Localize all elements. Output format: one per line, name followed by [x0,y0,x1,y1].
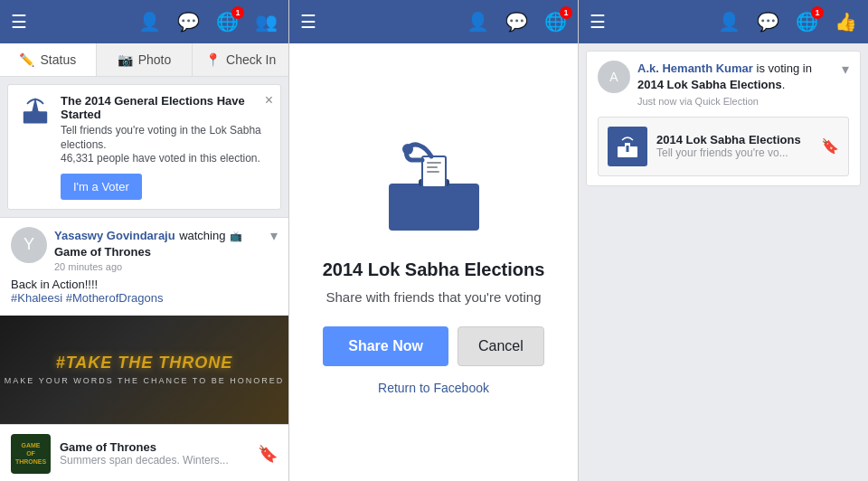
notif-bookmark-icon[interactable]: 🔖 [821,137,839,155]
top-nav-left: ☰ 👤 💬 🌐 1 👥 [0,0,288,43]
post-meta: Yasaswy Govindaraju watching 📺 Game of T… [54,227,263,272]
election-notif-text: 2014 Lok Sabha Elections Tell your frien… [656,133,801,159]
notification-card: A A.k. Hemanth Kumar is voting in 2014 L… [586,51,861,186]
svg-rect-7 [427,166,438,168]
checkin-button[interactable]: 📍 Check In [193,43,288,76]
globe-badge: 1 [231,6,244,19]
election-notif-title: 2014 Lok Sabha Elections [656,133,801,146]
post-watching-text: watching [179,229,225,242]
notif-time: Just now via Quick Election [637,95,835,108]
got-thumbnail: GAMEOFTHRONES [11,434,51,474]
thumbsup-icon[interactable]: 👍 [835,11,857,33]
svg-rect-2 [33,110,37,118]
got-image-text: #TAKE THE THRONE [5,354,284,373]
left-panel: ☰ 👤 💬 🌐 1 👥 ✏️ Status 📷 Photo 📍 Check In [0,0,289,481]
close-icon[interactable]: × [265,92,273,108]
got-image-sub: MAKE YOUR WORDS THE CHANCE TO BE HONORED [5,376,284,385]
messenger-icon[interactable]: 💬 [177,11,200,33]
friends-icon[interactable]: 👤 [138,11,161,33]
globe-badge-c: 1 [560,6,572,19]
globe-badge-r: 1 [811,6,824,19]
right-panel: ☰ 👤 💬 🌐 1 👍 A A.k. Hemanth Kumar is voti… [579,0,868,481]
return-link[interactable]: Return to Facebook [378,381,489,395]
election-banner-icon [19,94,52,127]
election-banner-title: The 2014 General Elections Have Started [61,94,269,121]
globe-icon[interactable]: 🌐 1 [216,11,239,33]
notif-header: A A.k. Hemanth Kumar is voting in 2014 L… [598,61,849,109]
post-options-chevron[interactable]: ▾ [270,227,278,244]
got-card-title[interactable]: Game of Thrones [60,440,229,454]
nav-icons-right2: 👤 💬 🌐 1 👍 [718,11,857,33]
post-body-line1: Back in Action!!!! [11,278,278,291]
hashtag2[interactable]: #MotherofDragons [66,291,164,305]
notif-action-text: is voting in [753,61,812,75]
center-content: 2014 Lok Sabha Elections Share with frie… [289,43,578,481]
edit-icon: ✏️ [19,52,34,67]
notif-text: A.k. Hemanth Kumar is voting in 2014 Lok… [637,61,835,109]
notif-chevron[interactable]: ▾ [842,61,849,78]
checkin-label: Check In [226,52,276,67]
notif-bold-text: 2014 Lok Sabha Elections [637,78,782,91]
got-card: GAMEOFTHRONES Game of Thrones Summers sp… [0,424,288,481]
post-body: Back in Action!!!! #Khaleesi #MotherofDr… [0,278,288,310]
hashtag1[interactable]: #Khaleesi [11,291,62,305]
election-banner-text: The 2014 General Elections Have Started … [61,94,269,200]
center-title: 2014 Lok Sabha Elections [323,259,545,280]
messenger-icon-r[interactable]: 💬 [757,11,779,33]
svg-point-9 [402,144,413,155]
election-notif-thumb [608,127,647,166]
notif-avatar: A [598,61,630,93]
people-icon[interactable]: 👥 [255,11,278,33]
svg-rect-8 [427,171,439,173]
share-now-button[interactable]: Share Now [323,326,448,366]
hamburger-icon[interactable]: ☰ [11,11,27,33]
election-notif-desc: Tell your friends you're vo... [656,146,801,159]
avatar: Y [11,227,47,263]
post-card: Y Yasaswy Govindaraju watching 📺 Game of… [0,217,288,481]
friends-icon-r[interactable]: 👤 [718,11,741,33]
got-thumb-text: GAMEOFTHRONES [15,441,46,466]
hamburger-icon-center[interactable]: ☰ [300,11,316,33]
hamburger-icon-right[interactable]: ☰ [590,11,606,33]
post-username[interactable]: Yasaswy Govindaraju [54,229,175,242]
election-banner-body: Tell friends you're voting in the Lok Sa… [61,124,269,152]
watch-icon: 📺 [230,231,242,241]
photo-label: Photo [138,52,172,67]
camera-icon: 📷 [118,52,133,67]
election-banner-count: 46,331 people have voted in this electio… [61,152,269,166]
post-time: 20 minutes ago [54,261,263,272]
top-nav-right: ☰ 👤 💬 🌐 1 👍 [579,0,868,43]
cancel-button[interactable]: Cancel [458,326,544,366]
bookmark-icon[interactable]: 🔖 [258,444,278,464]
vote-icon-wrap [375,129,493,241]
election-notif-card: 2014 Lok Sabha Elections Tell your frien… [598,117,849,176]
notif-username[interactable]: A.k. Hemanth Kumar [637,61,753,75]
center-subtitle: Share with friends that you're voting [326,289,542,305]
top-nav-center: ☰ 👤 💬 🌐 1 [289,0,578,43]
election-banner: The 2014 General Elections Have Started … [7,84,281,210]
globe-icon-c[interactable]: 🌐 1 [544,11,567,33]
friends-icon-c[interactable]: 👤 [467,11,489,33]
photo-button[interactable]: 📷 Photo [97,43,193,76]
center-buttons: Share Now Cancel [323,326,544,366]
post-body-line2: #Khaleesi #MotherofDragons [11,291,278,305]
got-image: #TAKE THE THRONE MAKE YOUR WORDS THE CHA… [0,316,288,424]
checkin-icon: 📍 [205,52,221,67]
center-panel: ☰ 👤 💬 🌐 1 [289,0,579,481]
status-button[interactable]: ✏️ Status [0,43,97,76]
svg-rect-3 [389,184,479,231]
post-show-name[interactable]: Game of Thrones [54,245,151,259]
voter-button[interactable]: I'm a Voter [61,174,142,200]
action-bar: ✏️ Status 📷 Photo 📍 Check In [0,43,288,77]
notif-period: . [782,78,786,91]
nav-icons-right: 👤 💬 🌐 1 👥 [138,11,278,33]
nav-icons-center: 👤 💬 🌐 1 [467,11,567,33]
status-label: Status [40,52,76,67]
svg-rect-12 [627,146,629,152]
globe-icon-r[interactable]: 🌐 1 [796,11,818,33]
got-card-text: Game of Thrones Summers span decades. Wi… [60,440,229,467]
got-card-desc: Summers span decades. Winters... [60,454,229,467]
post-header: Y Yasaswy Govindaraju watching 📺 Game of… [0,218,288,278]
svg-rect-6 [427,162,441,164]
messenger-icon-c[interactable]: 💬 [505,11,528,33]
